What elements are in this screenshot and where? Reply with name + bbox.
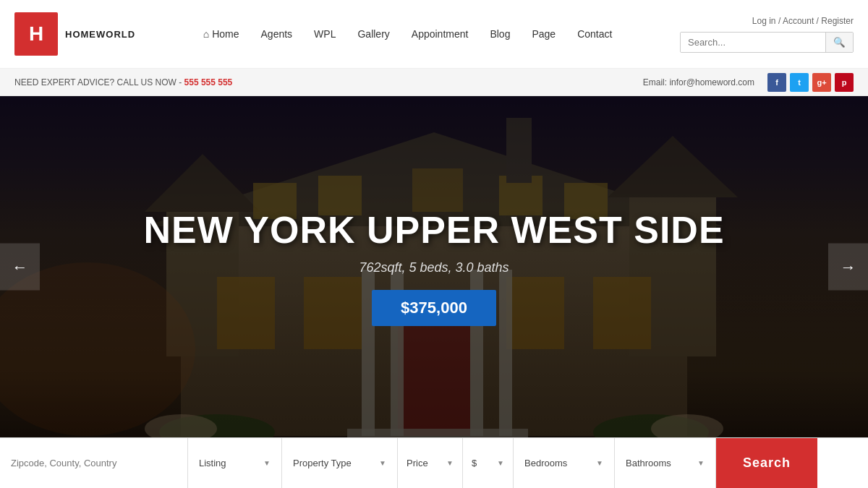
nav-appointment[interactable]: Appointment: [412, 28, 469, 40]
twitter-icon[interactable]: t: [790, 73, 809, 92]
auth-sep1: /: [778, 16, 780, 26]
listing-select[interactable]: Listing ▼: [188, 438, 282, 488]
hero-prev-button[interactable]: ←: [0, 244, 40, 291]
price-chevron-icon: ▼: [446, 459, 454, 467]
advice-text: NEED EXPERT ADVICE? CALL US NOW -: [14, 77, 182, 87]
account-link[interactable]: Account: [783, 16, 814, 26]
social-icons: f t g+ p: [767, 73, 854, 92]
info-right: Email: infor@homeword.com f t g+ p: [643, 73, 854, 92]
email-info: Email: infor@homeword.com: [643, 77, 754, 87]
hero-section: ← NEW YORK UPPER WEST SIDE 762sqft, 5 be…: [0, 96, 868, 437]
nav-home[interactable]: ⌂ Home: [203, 28, 239, 40]
bottom-search-bar: Listing ▼ Property Type ▼ Price ▼ $ ▼ Be…: [0, 437, 868, 488]
header-search-input[interactable]: [681, 33, 825, 52]
property-type-select[interactable]: Property Type ▼: [282, 438, 398, 488]
nav-blog[interactable]: Blog: [490, 28, 510, 40]
register-link[interactable]: Register: [821, 16, 854, 26]
hero-next-button[interactable]: →: [828, 244, 868, 291]
hero-subtitle: 762sqft, 5 beds, 3.0 baths: [143, 260, 724, 275]
nav-gallery[interactable]: Gallery: [357, 28, 389, 40]
bedrooms-chevron-icon: ▼: [596, 459, 603, 467]
home-icon: ⌂: [203, 28, 209, 40]
info-bar: NEED EXPERT ADVICE? CALL US NOW - 555 55…: [0, 69, 868, 96]
nav-contact[interactable]: Contact: [577, 28, 612, 40]
header-search-bar: 🔍: [680, 32, 854, 53]
search-button[interactable]: Search: [716, 438, 817, 488]
nav-page[interactable]: Page: [532, 28, 556, 40]
top-right-area: Log in / Account / Register 🔍: [680, 16, 854, 53]
google-plus-icon[interactable]: g+: [812, 73, 831, 92]
nav-wpl[interactable]: WPL: [314, 28, 336, 40]
currency-chevron-icon: ▼: [497, 459, 504, 467]
pinterest-icon[interactable]: p: [835, 73, 854, 92]
top-nav-bar: H HOMEWORLD ⌂ Home Agents WPL Gallery Ap…: [0, 0, 868, 69]
logo-area: H HOMEWORLD: [14, 12, 135, 56]
price-select[interactable]: Price ▼: [398, 438, 463, 488]
logo-text: HOMEWORLD: [65, 29, 135, 40]
location-field: [0, 438, 188, 488]
listing-chevron-icon: ▼: [263, 459, 271, 467]
info-left: NEED EXPERT ADVICE? CALL US NOW - 555 55…: [14, 77, 232, 87]
location-input[interactable]: [11, 458, 176, 468]
hero-price: $375,000: [372, 290, 496, 326]
main-nav: ⌂ Home Agents WPL Gallery Appointment Bl…: [203, 28, 613, 40]
bathrooms-select[interactable]: Bathrooms ▼: [615, 438, 716, 488]
auth-sep2: /: [817, 16, 819, 26]
logo-icon[interactable]: H: [14, 12, 58, 56]
bathrooms-chevron-icon: ▼: [697, 459, 705, 467]
login-link[interactable]: Log in: [752, 16, 776, 26]
hero-title: NEW YORK UPPER WEST SIDE: [143, 208, 724, 252]
property-type-chevron-icon: ▼: [379, 459, 386, 467]
phone-number[interactable]: 555 555 555: [184, 77, 233, 87]
hero-content: NEW YORK UPPER WEST SIDE 762sqft, 5 beds…: [143, 208, 724, 326]
bedrooms-select[interactable]: Bedrooms ▼: [514, 438, 615, 488]
auth-links: Log in / Account / Register: [752, 16, 854, 26]
facebook-icon[interactable]: f: [767, 73, 786, 92]
email-address[interactable]: infor@homeword.com: [669, 77, 754, 87]
nav-agents[interactable]: Agents: [261, 28, 293, 40]
currency-select[interactable]: $ ▼: [463, 438, 514, 488]
header-search-button[interactable]: 🔍: [825, 33, 853, 52]
